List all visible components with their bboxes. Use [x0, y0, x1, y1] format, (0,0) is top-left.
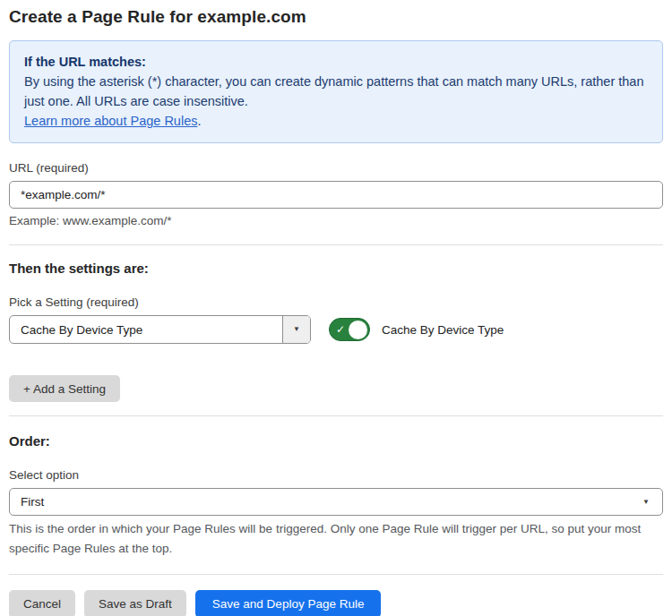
save-as-draft-button[interactable]: Save as Draft [84, 590, 186, 616]
learn-more-link[interactable]: Learn more about Page Rules [24, 114, 197, 128]
order-select-label: Select option [9, 468, 663, 482]
order-select[interactable]: First ▼ [9, 488, 663, 516]
url-input[interactable] [9, 181, 663, 209]
order-select-value: First [21, 495, 44, 509]
page-title: Create a Page Rule for example.com [9, 7, 663, 27]
setting-select[interactable]: Cache By Device Type ▼ [9, 315, 311, 344]
toggle-knob [349, 321, 367, 339]
link-suffix: . [197, 114, 201, 128]
info-link-line: Learn more about Page Rules. [24, 111, 648, 131]
setting-select-arrow-button[interactable]: ▼ [282, 316, 310, 343]
dropdown-arrow-icon: ▼ [642, 499, 650, 506]
url-match-info-callout: If the URL matches: By using the asteris… [9, 40, 663, 143]
divider [9, 574, 663, 575]
footer-actions: Cancel Save as Draft Save and Deploy Pag… [9, 590, 663, 616]
info-heading: If the URL matches: [24, 52, 648, 72]
cancel-button[interactable]: Cancel [9, 590, 75, 616]
divider [9, 415, 663, 416]
setting-row: Cache By Device Type ▼ ✓ Cache By Device… [9, 315, 663, 344]
order-helper-text: This is the order in which your Page Rul… [9, 519, 663, 559]
order-section-heading: Order: [9, 433, 663, 449]
divider [9, 244, 663, 245]
save-and-deploy-button[interactable]: Save and Deploy Page Rule [195, 590, 382, 616]
info-body-text: By using the asterisk (*) character, you… [24, 72, 648, 111]
checkmark-icon: ✓ [336, 324, 345, 335]
url-example-helper: Example: www.example.com/* [9, 214, 663, 227]
dropdown-arrow-icon: ▼ [293, 326, 300, 333]
setting-picker-label: Pick a Setting (required) [9, 295, 663, 309]
setting-toggle[interactable]: ✓ [329, 318, 370, 341]
add-setting-button[interactable]: + Add a Setting [9, 375, 120, 402]
settings-section-heading: Then the settings are: [9, 261, 663, 276]
setting-toggle-label: Cache By Device Type [382, 323, 504, 337]
setting-select-value: Cache By Device Type [10, 316, 282, 343]
url-field-label: URL (required) [9, 161, 663, 175]
